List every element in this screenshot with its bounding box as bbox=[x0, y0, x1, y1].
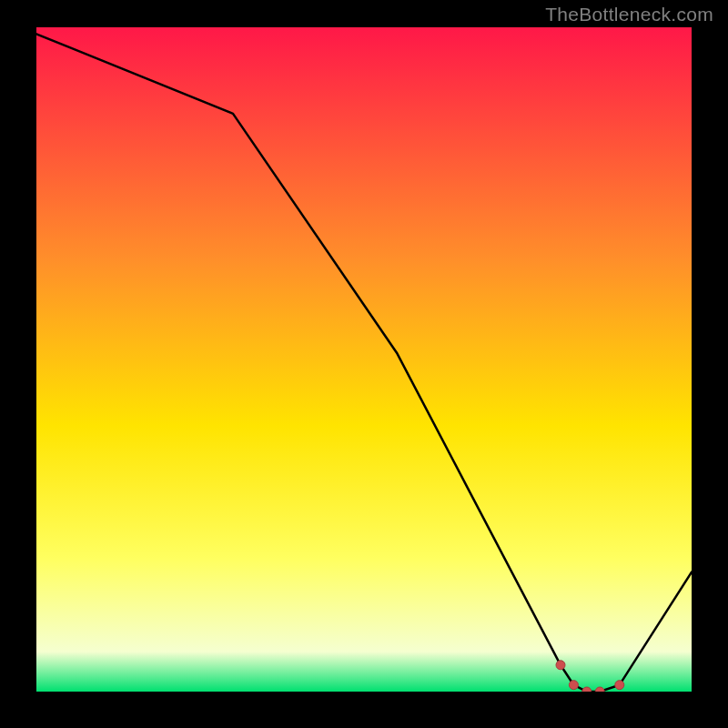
watermark-text: TheBottleneck.com bbox=[545, 4, 713, 25]
chart-container: { "watermark": "TheBottleneck.com", "cha… bbox=[0, 0, 728, 728]
data-point-marker bbox=[556, 661, 565, 670]
plot-area bbox=[36, 27, 692, 692]
data-point-marker bbox=[615, 681, 624, 690]
chart-background bbox=[36, 27, 692, 692]
data-point-marker bbox=[569, 681, 578, 690]
chart-svg bbox=[36, 27, 692, 692]
